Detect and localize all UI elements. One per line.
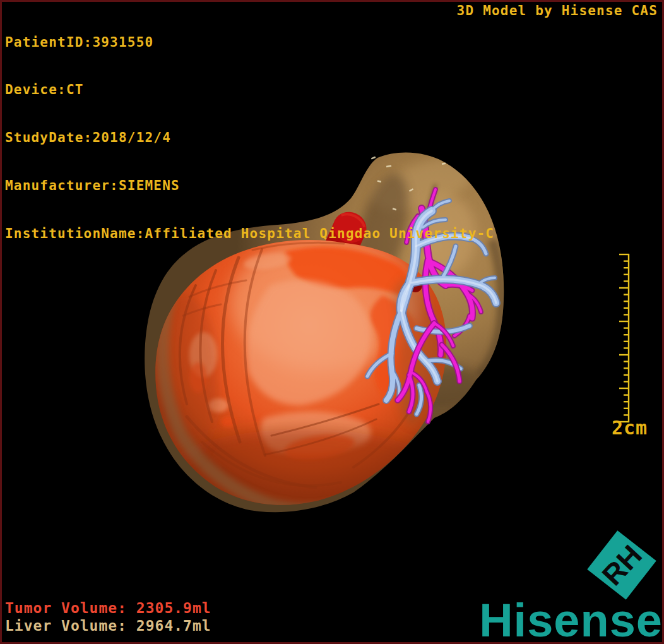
scale-ruler bbox=[619, 254, 629, 422]
scale-label: 2cm bbox=[612, 417, 648, 439]
volume-readouts: Tumor Volume: 2305.9ml Liver Volume: 296… bbox=[5, 600, 211, 635]
liver-volume-text: Liver Volume: 2964.7ml bbox=[5, 617, 211, 635]
dicom-overlay-top-left: PatientID:3931550 Device:CT StudyDate:20… bbox=[5, 3, 494, 274]
device-text: Device:CT bbox=[5, 82, 494, 98]
patient-id-text: PatientID:3931550 bbox=[5, 35, 494, 51]
tumor-volume-text: Tumor Volume: 2305.9ml bbox=[5, 600, 211, 617]
hisense-logo: Hisense bbox=[479, 602, 663, 640]
cas-3d-viewer-window: PatientID:3931550 Device:CT StudyDate:20… bbox=[0, 0, 664, 644]
study-date-text: StudyDate:2018/12/4 bbox=[5, 130, 494, 146]
manufacturer-text: Manufacturer:SIEMENS bbox=[5, 178, 494, 194]
model-credit-text: 3D Model by Hisense CAS bbox=[457, 3, 658, 18]
institution-text: InstitutionName:Affiliated Hospital Qing… bbox=[5, 226, 494, 242]
